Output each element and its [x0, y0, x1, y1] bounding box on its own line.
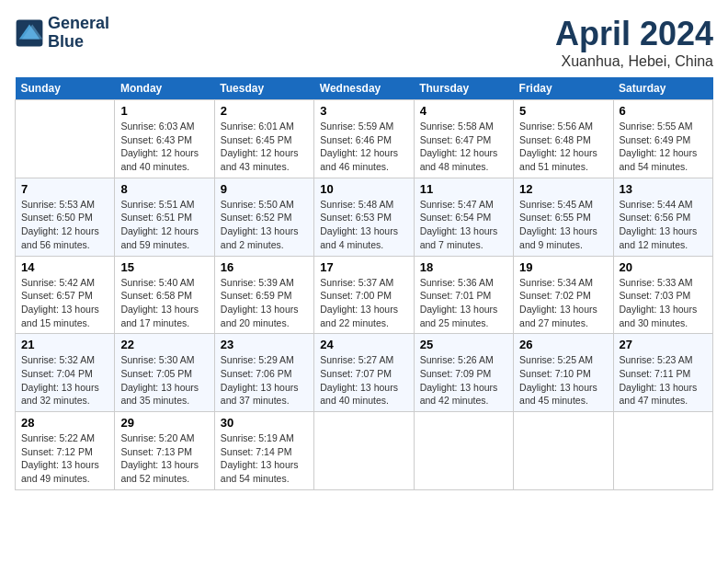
weekday-header-monday: Monday [115, 77, 214, 100]
day-number: 26 [519, 338, 607, 351]
calendar-week-3: 14Sunrise: 5:42 AMSunset: 6:57 PMDayligh… [16, 256, 713, 334]
calendar-cell: 19Sunrise: 5:34 AMSunset: 7:02 PMDayligh… [514, 256, 613, 334]
day-info: Sunrise: 5:22 AMSunset: 7:12 PMDaylight:… [21, 431, 108, 486]
day-info: Sunrise: 5:50 AMSunset: 6:52 PMDaylight:… [221, 198, 308, 252]
day-info: Sunrise: 5:29 AMSunset: 7:06 PMDaylight:… [221, 353, 308, 408]
day-info: Sunrise: 5:36 AMSunset: 7:01 PMDaylight:… [420, 276, 507, 330]
day-info: Sunrise: 5:32 AMSunset: 7:04 PMDaylight:… [21, 353, 108, 408]
day-info: Sunrise: 5:30 AMSunset: 7:05 PMDaylight:… [120, 353, 208, 408]
calendar-cell: 29Sunrise: 5:20 AMSunset: 7:13 PMDayligh… [115, 412, 214, 490]
day-number: 4 [420, 104, 507, 118]
calendar-cell: 2Sunrise: 6:01 AMSunset: 6:45 PMDaylight… [214, 100, 313, 178]
calendar-week-5: 28Sunrise: 5:22 AMSunset: 7:12 PMDayligh… [16, 412, 713, 490]
day-info: Sunrise: 5:37 AMSunset: 7:00 PMDaylight:… [320, 276, 407, 330]
calendar-cell [414, 412, 513, 490]
calendar-cell: 5Sunrise: 5:56 AMSunset: 6:48 PMDaylight… [514, 100, 613, 178]
calendar-cell: 25Sunrise: 5:26 AMSunset: 7:09 PMDayligh… [414, 334, 513, 412]
calendar-cell: 8Sunrise: 5:51 AMSunset: 6:51 PMDaylight… [115, 178, 214, 256]
day-info: Sunrise: 5:20 AMSunset: 7:13 PMDaylight:… [120, 431, 208, 486]
day-number: 18 [420, 260, 507, 274]
title-section: April 2024 Xuanhua, Hebei, China [555, 15, 713, 70]
day-info: Sunrise: 5:42 AMSunset: 6:57 PMDaylight:… [21, 276, 108, 330]
day-info: Sunrise: 5:58 AMSunset: 6:47 PMDaylight:… [420, 120, 507, 174]
calendar-cell: 24Sunrise: 5:27 AMSunset: 7:07 PMDayligh… [314, 334, 414, 412]
day-number: 6 [620, 104, 707, 118]
day-info: Sunrise: 5:39 AMSunset: 6:59 PMDaylight:… [221, 276, 308, 330]
calendar-cell: 18Sunrise: 5:36 AMSunset: 7:01 PMDayligh… [414, 256, 513, 334]
calendar-cell: 4Sunrise: 5:58 AMSunset: 6:47 PMDaylight… [414, 100, 513, 178]
day-info: Sunrise: 5:55 AMSunset: 6:49 PMDaylight:… [620, 120, 707, 174]
calendar-cell [514, 412, 613, 490]
logo-icon [15, 18, 44, 48]
day-info: Sunrise: 5:19 AMSunset: 7:14 PMDaylight:… [221, 431, 308, 486]
day-number: 13 [620, 182, 707, 196]
day-info: Sunrise: 5:33 AMSunset: 7:03 PMDaylight:… [620, 276, 707, 330]
calendar-cell: 26Sunrise: 5:25 AMSunset: 7:10 PMDayligh… [514, 334, 613, 412]
day-info: Sunrise: 5:53 AMSunset: 6:50 PMDaylight:… [21, 198, 108, 252]
weekday-header-sunday: Sunday [16, 77, 115, 100]
header-row: SundayMondayTuesdayWednesdayThursdayFrid… [16, 77, 713, 100]
day-number: 20 [620, 260, 707, 274]
day-number: 24 [320, 338, 407, 351]
calendar-cell: 27Sunrise: 5:23 AMSunset: 7:11 PMDayligh… [613, 334, 712, 412]
day-info: Sunrise: 5:27 AMSunset: 7:07 PMDaylight:… [320, 353, 407, 408]
subtitle: Xuanhua, Hebei, China [555, 53, 713, 70]
calendar-week-2: 7Sunrise: 5:53 AMSunset: 6:50 PMDaylight… [16, 178, 713, 256]
day-info: Sunrise: 5:25 AMSunset: 7:10 PMDaylight:… [519, 353, 607, 408]
calendar-cell: 17Sunrise: 5:37 AMSunset: 7:00 PMDayligh… [314, 256, 414, 334]
weekday-header-saturday: Saturday [613, 77, 712, 100]
calendar-cell [16, 100, 115, 178]
logo-line1: General [48, 15, 109, 33]
day-number: 10 [320, 182, 407, 196]
day-info: Sunrise: 5:26 AMSunset: 7:09 PMDaylight:… [420, 353, 507, 408]
day-number: 1 [120, 104, 208, 118]
calendar-header: SundayMondayTuesdayWednesdayThursdayFrid… [16, 77, 713, 100]
day-number: 5 [519, 104, 607, 118]
day-info: Sunrise: 5:23 AMSunset: 7:11 PMDaylight:… [620, 353, 707, 408]
calendar-table: SundayMondayTuesdayWednesdayThursdayFrid… [15, 77, 713, 490]
day-info: Sunrise: 5:45 AMSunset: 6:55 PMDaylight:… [519, 198, 607, 252]
calendar-cell: 16Sunrise: 5:39 AMSunset: 6:59 PMDayligh… [214, 256, 313, 334]
calendar-cell: 20Sunrise: 5:33 AMSunset: 7:03 PMDayligh… [613, 256, 712, 334]
day-number: 15 [120, 260, 208, 274]
logo-line2: Blue [48, 33, 109, 52]
day-number: 19 [519, 260, 607, 274]
day-number: 14 [21, 260, 108, 274]
calendar-cell: 22Sunrise: 5:30 AMSunset: 7:05 PMDayligh… [115, 334, 214, 412]
day-number: 12 [519, 182, 607, 196]
main-title: April 2024 [555, 15, 713, 53]
day-number: 23 [221, 338, 308, 351]
day-number: 11 [420, 182, 507, 196]
calendar-cell: 11Sunrise: 5:47 AMSunset: 6:54 PMDayligh… [414, 178, 513, 256]
day-info: Sunrise: 5:51 AMSunset: 6:51 PMDaylight:… [120, 198, 208, 252]
calendar-cell: 10Sunrise: 5:48 AMSunset: 6:53 PMDayligh… [314, 178, 414, 256]
day-number: 22 [120, 338, 208, 351]
day-number: 21 [21, 338, 108, 351]
day-info: Sunrise: 5:40 AMSunset: 6:58 PMDaylight:… [120, 276, 208, 330]
calendar-cell: 15Sunrise: 5:40 AMSunset: 6:58 PMDayligh… [115, 256, 214, 334]
weekday-header-wednesday: Wednesday [314, 77, 414, 100]
calendar-cell: 12Sunrise: 5:45 AMSunset: 6:55 PMDayligh… [514, 178, 613, 256]
calendar-cell: 14Sunrise: 5:42 AMSunset: 6:57 PMDayligh… [16, 256, 115, 334]
calendar-cell: 21Sunrise: 5:32 AMSunset: 7:04 PMDayligh… [16, 334, 115, 412]
calendar-week-4: 21Sunrise: 5:32 AMSunset: 7:04 PMDayligh… [16, 334, 713, 412]
calendar-cell: 28Sunrise: 5:22 AMSunset: 7:12 PMDayligh… [16, 412, 115, 490]
day-number: 8 [120, 182, 208, 196]
page-header: General Blue April 2024 Xuanhua, Hebei, … [15, 15, 713, 70]
day-info: Sunrise: 6:03 AMSunset: 6:43 PMDaylight:… [120, 120, 208, 174]
day-number: 30 [221, 416, 308, 430]
weekday-header-thursday: Thursday [414, 77, 513, 100]
calendar-cell: 23Sunrise: 5:29 AMSunset: 7:06 PMDayligh… [214, 334, 313, 412]
day-number: 2 [221, 104, 308, 118]
calendar-cell [314, 412, 414, 490]
weekday-header-friday: Friday [514, 77, 613, 100]
day-info: Sunrise: 5:56 AMSunset: 6:48 PMDaylight:… [519, 120, 607, 174]
day-info: Sunrise: 5:48 AMSunset: 6:53 PMDaylight:… [320, 198, 407, 252]
day-info: Sunrise: 6:01 AMSunset: 6:45 PMDaylight:… [221, 120, 308, 174]
calendar-week-1: 1Sunrise: 6:03 AMSunset: 6:43 PMDaylight… [16, 100, 713, 178]
weekday-header-tuesday: Tuesday [214, 77, 313, 100]
calendar-cell [613, 412, 712, 490]
day-info: Sunrise: 5:34 AMSunset: 7:02 PMDaylight:… [519, 276, 607, 330]
calendar-cell: 1Sunrise: 6:03 AMSunset: 6:43 PMDaylight… [115, 100, 214, 178]
day-number: 25 [420, 338, 507, 351]
